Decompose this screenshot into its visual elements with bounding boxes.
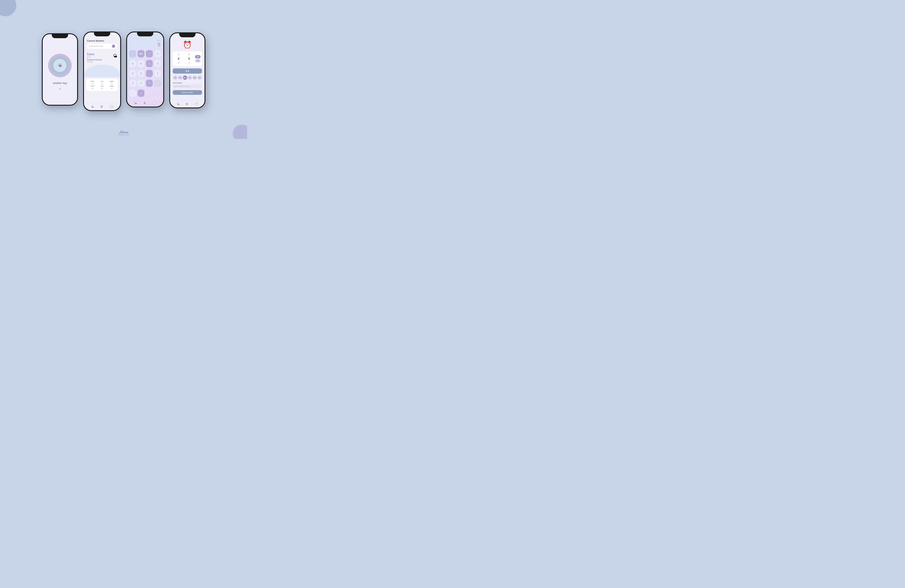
calc-mul-btn[interactable]: × [146,60,153,67]
search-icon[interactable]: 🔍 [112,44,115,48]
add-alarm-button[interactable]: ADD ALARN [173,90,202,95]
col-low-2: Low [98,85,106,87]
calc-eq-btn[interactable]: = [138,90,144,97]
calc-3-btn[interactable]: 3 [138,79,144,87]
min-6-selected: 6 [189,57,190,61]
weather-icon: 🌦 [58,63,62,68]
nav-calc-icon-2[interactable]: 🖩 [143,101,146,105]
watermark-url: mostaql.com [119,134,129,136]
min-column: 5 6 7 [185,53,194,65]
day-tue[interactable]: Tue [188,75,192,80]
app-title: weather App [53,82,67,84]
col-high: Hight [107,81,116,82]
calc-screen: 3+2= 5 c DEL / 7 8 9 × 4 5 6 - 1 2 [127,32,163,106]
city-condition: Scattered Clouds [87,59,102,61]
ring-inner: 🌦 [53,59,67,72]
splash-screen: 🌦 weather App ✳ [43,34,77,105]
watermark-logo: مستقل [119,130,129,134]
col-low: Low [98,81,106,82]
bottom-nav-calc: 🌤 🖩 🕐 [127,99,163,106]
phone-calculator: 3+2= 5 c DEL / 7 8 9 × 4 5 6 - 1 2 [126,32,164,108]
alarm-time-picker: 5 6 7 5 6 7 AM PM [173,51,202,66]
phones-container: 🌦 weather App ✳ Cueernt Weather Enter th… [42,28,205,111]
pm-button[interactable]: PM [195,59,200,62]
nav-weather-icon-2[interactable]: 🌤 [134,101,137,105]
nav-calc-icon-3[interactable]: 🖩 [186,102,189,106]
calc-5-btn[interactable]: 5 [129,70,136,77]
city-info: Cairo 22° C Scattered Clouds L 31 H30 [87,53,102,63]
calc-del-btn[interactable]: DEL [138,50,144,57]
watermark: مستقل mostaql.com [119,130,129,136]
ampm-column: AM PM [195,55,200,62]
phone-weather: Cueernt Weather Enter the city name 🔍 Ca… [83,32,121,111]
cloud-blob [84,65,120,77]
phone-alarm: ⏰ 5 6 7 5 6 7 AM PM 5:5 Sat [169,32,205,108]
city-name: Cairo [87,53,102,56]
alarm-name-label: Alarm Name [173,82,202,84]
search-placeholder: Enter the city name [89,45,103,47]
city-temp: 22° C [87,56,102,58]
weather-screen: Cueernt Weather Enter the city name 🔍 Ca… [84,32,120,110]
nav-alarm-icon[interactable]: 🕐 [110,105,113,108]
bg-decoration-tl [0,0,16,16]
calc-result: 5 [130,42,160,48]
day-wed[interactable]: Wed [192,75,197,80]
col-high-2: Hight [107,85,116,87]
city-weather-icon: 🌤 [113,53,117,59]
calc-1-btn[interactable]: 1 [154,70,161,77]
calc-7-btn[interactable]: 7 [154,50,161,57]
calc-9-btn[interactable]: 9 [138,60,144,67]
am-button[interactable]: AM [195,55,200,59]
weather-table: Feels Low Hight 10 10 10 Feels Low Hight… [86,79,118,91]
alarm-name-input[interactable]: Enter The Alarm Name! [173,84,202,88]
hour-column: 5 6 7 [174,53,183,65]
calc-display: 3+2= 5 [127,38,163,49]
calc-expression: 3+2= [130,40,160,41]
calc-sub-btn[interactable]: - [146,70,153,77]
row1-feels: 10 [88,83,97,84]
calc-buttons: c DEL / 7 8 9 × 4 5 6 - 1 2 3 + 0 . [127,49,163,99]
day-san[interactable]: San [178,75,182,80]
row1-high: 10 [107,83,116,84]
calc-2-btn[interactable]: 2 [129,79,136,87]
calc-4-btn[interactable]: 4 [154,60,161,67]
hour-7: 7 [178,61,179,65]
splash-rings: 🌦 [48,54,71,77]
calc-dot-btn[interactable]: . [129,90,136,97]
calc-0-btn[interactable]: 0 [154,79,161,87]
day-sat[interactable]: Sat [173,75,177,80]
search-bar[interactable]: Enter the city name 🔍 [87,44,117,49]
min-7: 7 [189,61,190,65]
phone-splash: 🌦 weather App ✳ [42,33,78,106]
row2-feels: 10 [88,87,97,89]
alarm-time-display: 5:5 [173,68,202,74]
calc-add-btn[interactable]: + [146,79,153,87]
weather-header-title: Cueernt Weather [87,40,117,42]
nav-weather-icon[interactable]: 🌤 [91,105,94,108]
alarm-clock-icon: ⏰ [170,39,205,50]
nav-alarm-icon-2[interactable]: 🕐 [153,101,156,105]
loader-icon: ✳ [59,87,61,91]
city-row: Cairo 22° C Scattered Clouds L 31 H30 🌤 [87,53,117,63]
row2-low: 10 [98,87,106,89]
day-mon[interactable]: Mon [183,75,187,80]
bg-decoration-br [233,124,247,139]
city-low-high: L 31 H30 [87,61,102,63]
calc-8-btn[interactable]: 8 [129,60,136,67]
day-thu[interactable]: Thu [197,75,202,80]
calc-div-btn[interactable]: / [146,50,153,57]
min-5: 5 [189,53,190,57]
nav-calc-icon[interactable]: 🖩 [100,105,103,108]
days-row: Sat San Mon Tue Wed Thu [170,74,205,81]
row2-high: 10 [107,87,116,89]
bottom-nav-alarm: 🌤 🖩 🕐 [170,100,205,108]
calc-c-btn[interactable]: c [129,50,136,57]
weather-header: Cueernt Weather Enter the city name 🔍 [84,38,120,51]
nav-weather-icon-3[interactable]: 🌤 [177,102,179,106]
col-feels: Feels [88,81,97,82]
alarm-screen: ⏰ 5 6 7 5 6 7 AM PM 5:5 Sat [170,33,205,108]
calc-6-btn[interactable]: 6 [138,70,144,77]
nav-alarm-icon-3[interactable]: 🕐 [194,102,198,106]
hour-5: 5 [178,53,179,57]
alarm-name-section: Alarm Name Enter The Alarm Name! [170,81,205,89]
